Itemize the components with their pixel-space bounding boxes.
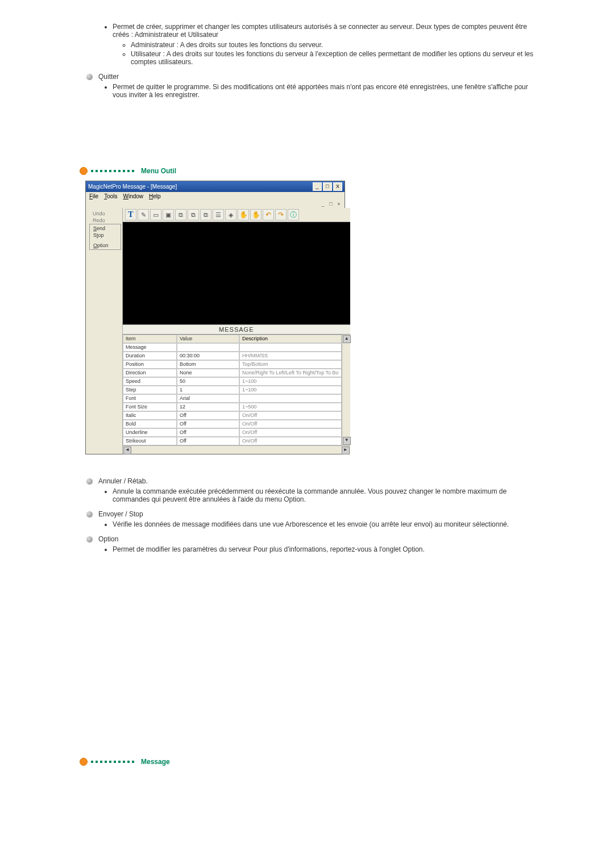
- grid-row[interactable]: Message: [123, 343, 342, 352]
- tool-icon-7[interactable]: ☰: [213, 209, 224, 220]
- doc-maximize-button[interactable]: □: [327, 201, 334, 207]
- grid-cell-item: Strikeout: [123, 437, 177, 445]
- titlebar[interactable]: MagicNetPro Message - [Message] _ □ X: [86, 181, 345, 192]
- info-icon[interactable]: ⓘ: [288, 209, 299, 220]
- grid-cell-value[interactable]: Off: [177, 428, 239, 437]
- grid-cell-desc: 1~500: [239, 403, 342, 411]
- grid-cell-item: Bold: [123, 420, 177, 428]
- account-desc-text: Permet de créer, supprimer et changer le…: [113, 23, 527, 39]
- grid-row[interactable]: StrikeoutOffOn/Off: [123, 437, 342, 445]
- annuler-label: Annuler / Rétab.: [98, 477, 148, 485]
- grid-row[interactable]: Duration00:30:00HH/MM/SS: [123, 352, 342, 360]
- quitter-heading: Quitter: [86, 73, 534, 81]
- tools-dropdown[interactable]: Send Stop Option: [89, 224, 121, 250]
- grid-cell-value[interactable]: 50: [177, 377, 239, 386]
- horizontal-scrollbar[interactable]: ◄ ►: [123, 445, 350, 454]
- tree-redo[interactable]: Redo: [87, 217, 121, 224]
- grid-cell-desc: On/Off: [239, 428, 342, 437]
- close-button[interactable]: X: [333, 182, 342, 191]
- grid-row[interactable]: PositionBottomTop/Bottom: [123, 360, 342, 369]
- text-tool-icon[interactable]: T: [125, 209, 136, 220]
- tool-icon-8[interactable]: ◈: [225, 209, 237, 220]
- menu-file[interactable]: File: [89, 193, 98, 199]
- grid-cell-desc: [239, 343, 342, 352]
- grid-row[interactable]: Font Size121~500: [123, 403, 342, 411]
- envoyer-heading: Envoyer / Stop: [86, 510, 534, 518]
- option-desc: Permet de modifier les paramètres du ser…: [113, 545, 534, 553]
- scroll-left-icon[interactable]: ◄: [123, 446, 131, 454]
- option-heading: Option: [86, 535, 534, 543]
- sphere-icon: [86, 536, 93, 542]
- orange-bullet-icon: [80, 167, 88, 175]
- hdr-value: Value: [177, 335, 239, 343]
- scroll-down-icon[interactable]: ▼: [343, 437, 351, 445]
- quitter-label: Quitter: [98, 73, 119, 81]
- grid-cell-value[interactable]: Arial: [177, 394, 239, 403]
- vertical-scrollbar[interactable]: ▲ ▼: [342, 335, 350, 445]
- redo-icon[interactable]: ↷: [275, 209, 287, 220]
- grid-row[interactable]: ItalicOffOn/Off: [123, 411, 342, 420]
- undo-icon[interactable]: ↶: [263, 209, 274, 220]
- tree-undo[interactable]: Undo: [87, 210, 121, 217]
- grid-cell-value[interactable]: Off: [177, 411, 239, 420]
- menu-tools[interactable]: Tools: [104, 193, 117, 199]
- dropdown-send[interactable]: Send: [90, 225, 121, 232]
- grid-row[interactable]: DirectionNoneNone/Right To Left/Left To …: [123, 369, 342, 377]
- grid-row[interactable]: Speed501~100: [123, 377, 342, 386]
- grid-cell-desc: 1~100: [239, 386, 342, 394]
- property-grid[interactable]: Item Value Description MessageDuration00…: [123, 335, 350, 454]
- app-window: MagicNetPro Message - [Message] _ □ X Fi…: [85, 181, 345, 454]
- dropdown-stop[interactable]: Stop: [90, 232, 121, 239]
- grid-cell-value[interactable]: 1: [177, 386, 239, 394]
- user-desc: Utilisateur : A des droits sur toutes le…: [131, 50, 534, 66]
- dropdown-option[interactable]: Option: [90, 242, 121, 249]
- grid-row[interactable]: Step11~100: [123, 386, 342, 394]
- tool-icon-1[interactable]: ✎: [138, 209, 149, 220]
- tool-icon-9[interactable]: ✋: [238, 209, 249, 220]
- tool-icon-5[interactable]: ⧉: [188, 209, 199, 220]
- sphere-icon: [86, 511, 93, 518]
- menu-bar: File Tools Window Help: [86, 192, 345, 201]
- grid-cell-desc: On/Off: [239, 411, 342, 420]
- grid-cell-item: Font Size: [123, 403, 177, 411]
- grid-cell-desc: None/Right To Left/Left To Right/Top To …: [239, 369, 342, 377]
- tool-icon-4[interactable]: ⧉: [175, 209, 186, 220]
- grid-cell-item: Underline: [123, 428, 177, 437]
- section-menu-outil: Menu Outil: [80, 167, 534, 175]
- doc-close-button[interactable]: ×: [335, 201, 342, 207]
- grid-row[interactable]: FontArial: [123, 394, 342, 403]
- grid-cell-value[interactable]: Bottom: [177, 360, 239, 369]
- grid-cell-value[interactable]: [177, 343, 239, 352]
- dots-icon: [91, 170, 136, 172]
- grid-row[interactable]: BoldOffOn/Off: [123, 420, 342, 428]
- grid-cell-value[interactable]: Off: [177, 420, 239, 428]
- quitter-desc: Permet de quitter le programme. Si des m…: [113, 83, 534, 99]
- grid-row[interactable]: UnderlineOffOn/Off: [123, 428, 342, 437]
- message-preview: [123, 222, 350, 324]
- grid-cell-item: Italic: [123, 411, 177, 420]
- tool-icon-3[interactable]: ▣: [163, 209, 174, 220]
- scroll-right-icon[interactable]: ►: [342, 446, 350, 454]
- tool-icon-6[interactable]: ⧉: [200, 209, 211, 220]
- scroll-up-icon[interactable]: ▲: [343, 335, 351, 343]
- doc-minimize-button[interactable]: _: [320, 201, 326, 207]
- grid-cell-value[interactable]: Off: [177, 437, 239, 445]
- dots-icon: [91, 761, 136, 763]
- grid-cell-item: Step: [123, 386, 177, 394]
- tool-icon-10[interactable]: ✋: [250, 209, 262, 220]
- envoyer-label: Envoyer / Stop: [98, 510, 143, 518]
- grid-cell-value[interactable]: 12: [177, 403, 239, 411]
- maximize-button[interactable]: □: [323, 182, 332, 191]
- grid-cell-value[interactable]: None: [177, 369, 239, 377]
- grid-cell-value[interactable]: 00:30:00: [177, 352, 239, 360]
- grid-cell-desc: [239, 394, 342, 403]
- sphere-icon: [86, 478, 93, 485]
- grid-cell-desc: On/Off: [239, 420, 342, 428]
- tree-pane[interactable]: Undo Redo Send Stop Option: [86, 208, 123, 454]
- menu-window[interactable]: Window: [123, 193, 143, 199]
- hdr-item: Item: [123, 335, 177, 343]
- grid-cell-desc: On/Off: [239, 437, 342, 445]
- menu-help[interactable]: Help: [149, 193, 161, 199]
- minimize-button[interactable]: _: [313, 182, 322, 191]
- tool-icon-2[interactable]: ▭: [150, 209, 161, 220]
